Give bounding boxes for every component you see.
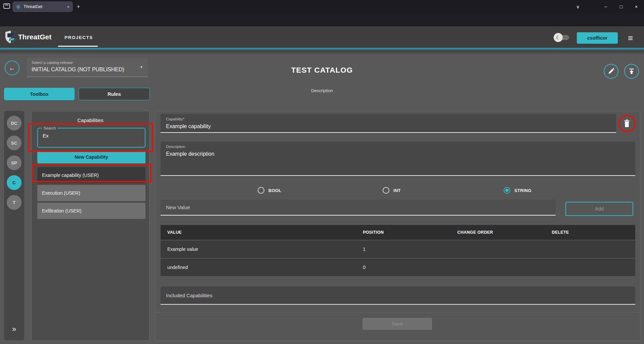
- capability-name-field[interactable]: Capability* Example capability: [161, 114, 616, 133]
- pencil-icon: [608, 68, 614, 75]
- search-label: Search: [42, 126, 57, 130]
- tab-rules[interactable]: Rules: [79, 88, 150, 100]
- capability-detail-panel: Capability* Example capability Descripti…: [155, 111, 640, 341]
- save-button[interactable]: Save: [362, 318, 432, 330]
- rail-avatar-sp[interactable]: SP: [7, 155, 22, 170]
- radio-circle-icon: [258, 187, 264, 194]
- window-minimize-button[interactable]: −: [598, 0, 613, 13]
- add-value-button[interactable]: Add: [565, 202, 633, 216]
- cell-position: 1: [356, 246, 450, 252]
- header-shadow: [0, 50, 644, 54]
- rail-avatar-c[interactable]: C: [7, 175, 22, 190]
- cell-value: undefined: [161, 265, 356, 270]
- rail-avatar-t[interactable]: T: [7, 195, 22, 210]
- edit-catalog-button[interactable]: [604, 64, 618, 79]
- threatget-logo-icon: [5, 30, 17, 44]
- select-label: Select a catalog release: [32, 61, 73, 65]
- capability-list-item[interactable]: Exfiltration (USER): [37, 203, 145, 219]
- values-table-header: VALUE POSITION CHANGE ORDER DELETE: [161, 225, 635, 240]
- radio-bool[interactable]: BOOL: [258, 187, 282, 194]
- description-field-label: Description: [166, 145, 185, 149]
- browser-toolbar: ← → ↻ http://localhost:4200/#/catalogs/2…: [0, 13, 644, 26]
- page-title: TEST CATALOG: [0, 66, 644, 75]
- capabilities-title: Capabilities: [32, 117, 149, 123]
- moon-icon[interactable]: ☾: [554, 33, 563, 42]
- publish-catalog-button[interactable]: [624, 64, 639, 79]
- window-close-button[interactable]: ×: [629, 0, 644, 13]
- description-field[interactable]: Description Example description: [161, 142, 635, 176]
- rail-avatar-dc[interactable]: DC: [7, 116, 22, 130]
- new-capability-button[interactable]: New Capability: [37, 151, 145, 163]
- cell-value: Example value: [161, 246, 356, 252]
- tab-close-icon[interactable]: ×: [67, 4, 70, 9]
- table-row: Example value 1: [161, 240, 635, 258]
- radio-int[interactable]: INT: [383, 187, 401, 194]
- new-tab-button[interactable]: +: [77, 3, 80, 10]
- catalog-rail: DC SC SP C T »: [4, 111, 24, 340]
- capability-field-value: Example capability: [166, 123, 211, 129]
- col-position: POSITION: [356, 230, 450, 235]
- col-delete: DELETE: [545, 230, 635, 235]
- app-header: ThreatGet PROJECTS: [0, 26, 644, 49]
- rail-avatar-sc[interactable]: SC: [7, 136, 22, 150]
- tab-title: ThreatGet: [24, 4, 64, 9]
- search-field: Search: [37, 126, 145, 148]
- values-table: VALUE POSITION CHANGE ORDER DELETE Examp…: [161, 225, 635, 276]
- capability-list-item[interactable]: Example capability (USER): [37, 167, 145, 183]
- included-capabilities-field[interactable]: Included Capabilities: [161, 286, 635, 305]
- delete-capability-button[interactable]: [618, 115, 636, 132]
- capabilities-panel: Capabilities Search New Capability Examp…: [31, 111, 149, 341]
- description-field-value: Example description: [166, 151, 214, 157]
- tab-toolbox[interactable]: Toolbox: [4, 88, 75, 100]
- search-input[interactable]: [43, 133, 137, 139]
- browser-tab[interactable]: ThreatGet ×: [12, 1, 73, 12]
- capability-field-label: Capability*: [166, 117, 184, 121]
- app-menu-icon[interactable]: ≡: [628, 34, 633, 42]
- cell-position: 0: [356, 265, 450, 270]
- upload-icon: [628, 68, 635, 75]
- app-name: ThreatGet: [18, 33, 51, 41]
- radio-circle-icon: [383, 187, 389, 194]
- user-button[interactable]: csofficer: [577, 32, 618, 44]
- tab-list-caret-icon[interactable]: ∨: [570, 0, 586, 13]
- new-value-input[interactable]: [161, 199, 556, 216]
- firefox-view-icon[interactable]: [3, 3, 10, 9]
- radio-selected-icon: [504, 187, 510, 194]
- trash-icon: [623, 119, 631, 127]
- table-row: undefined 0: [161, 259, 635, 276]
- window-maximize-button[interactable]: □: [613, 0, 629, 13]
- divider: [155, 312, 640, 312]
- rail-expand-icon[interactable]: »: [4, 325, 24, 334]
- capability-list-item[interactable]: Execution (USER): [37, 185, 145, 201]
- nav-projects[interactable]: PROJECTS: [65, 35, 93, 40]
- col-change-order: CHANGE ORDER: [450, 230, 545, 235]
- nav-active-underline: [58, 46, 98, 47]
- browser-tab-bar: ThreatGet × + ∨ − □ ×: [0, 0, 644, 13]
- radio-string[interactable]: STRING: [504, 187, 531, 194]
- col-value: VALUE: [161, 230, 356, 235]
- tab-favicon-shield-icon: [16, 4, 21, 9]
